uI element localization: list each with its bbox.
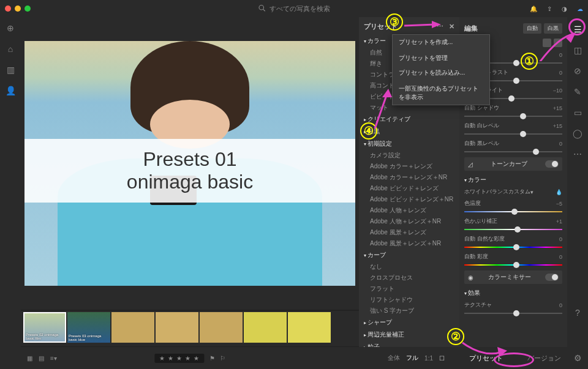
zoom-fit[interactable]: 全体 bbox=[388, 354, 400, 362]
thumbnail[interactable]: Presets 02 onimaga basic film bbox=[23, 312, 66, 343]
preset-group[interactable]: 周辺光量補正 bbox=[364, 329, 454, 341]
crop-icon[interactable]: ◫ bbox=[574, 45, 582, 55]
heal-icon[interactable]: ⊘ bbox=[574, 66, 581, 76]
minimize-window[interactable] bbox=[15, 6, 21, 12]
settings-gear-icon[interactable]: ⚙ bbox=[574, 353, 582, 363]
left-rail: ⊕ ⌂ ▥ 👤 bbox=[0, 17, 21, 369]
sort-icon[interactable]: ≡▾ bbox=[50, 355, 57, 362]
thumbnail[interactable]: Presets 03 onimaga basic blue bbox=[67, 312, 110, 343]
preset-item[interactable]: フラット bbox=[364, 283, 454, 294]
temp-slider[interactable] bbox=[464, 211, 562, 212]
more-icon[interactable]: ⋯ bbox=[573, 149, 582, 159]
tone-curve-icon: ◿ bbox=[468, 161, 473, 168]
preset-item[interactable]: Adobe 人物＋レンズ bbox=[364, 205, 454, 216]
preset-item[interactable]: Adobe 風景＋レンズ bbox=[364, 227, 454, 238]
preset-item[interactable]: Adobe ビビッド＋レンズ bbox=[364, 183, 454, 194]
zoom-bar: 全体 フル 1:1 ☐ プリセット バージョン bbox=[359, 347, 567, 369]
thumbnail[interactable] bbox=[111, 312, 154, 343]
preset-group[interactable]: 白黒 bbox=[364, 125, 454, 138]
preset-item[interactable]: なし bbox=[364, 261, 454, 272]
presets-context-menu: プリセットを作成... プリセットを管理 プリセットを読み込み... 一部互換性… bbox=[392, 34, 490, 105]
close-window[interactable] bbox=[5, 6, 11, 12]
preset-group[interactable]: クリエイティブ bbox=[364, 113, 454, 125]
preset-item[interactable]: Adobe カラー＋レンズ bbox=[364, 161, 454, 172]
whites-slider[interactable] bbox=[464, 133, 562, 135]
color-mixer-toggle[interactable] bbox=[545, 274, 559, 281]
stack-view-icon[interactable]: ▤ bbox=[39, 355, 44, 362]
right-rail: ☰ ◫ ⊘ ✎ ▭ ◯ ⋯ ? ⚙ bbox=[567, 17, 588, 369]
preset-item[interactable]: Adobe ビビッド＋レンズ＋NR bbox=[364, 194, 454, 205]
menu-manage-presets[interactable]: プリセットを管理 bbox=[393, 51, 489, 65]
flag-pick-icon[interactable]: ⚑ bbox=[209, 355, 215, 362]
profile-thumb-icon[interactable] bbox=[543, 39, 551, 47]
profile-thumb-icon[interactable] bbox=[554, 39, 562, 47]
tone-curve-toggle[interactable] bbox=[545, 160, 559, 168]
preset-group[interactable]: 初期設定 bbox=[364, 138, 454, 150]
cloud-sync-icon[interactable]: ◑ bbox=[562, 6, 567, 12]
thumbnail[interactable] bbox=[156, 312, 198, 343]
section-color[interactable]: カラー bbox=[464, 176, 562, 184]
blacks-slider[interactable] bbox=[464, 151, 562, 152]
search-icon bbox=[258, 4, 266, 13]
color-mixer-row[interactable]: ◉ カラーミキサー bbox=[464, 270, 562, 284]
shadows-slider[interactable] bbox=[464, 116, 562, 117]
annotation-oval-1 bbox=[568, 18, 586, 35]
thumbnail[interactable] bbox=[200, 312, 243, 343]
svg-point-0 bbox=[259, 6, 264, 10]
help-icon[interactable]: ? bbox=[575, 308, 580, 318]
saturation-slider[interactable] bbox=[464, 264, 562, 266]
color-mixer-icon: ◉ bbox=[468, 274, 473, 281]
titlebar: すべての写真を検索 🔔 ⇪ ◑ ☁ bbox=[0, 0, 588, 17]
preset-item[interactable]: カメラ設定 bbox=[364, 150, 454, 161]
home-icon[interactable]: ⌂ bbox=[8, 44, 13, 54]
auto-button[interactable]: 自動 bbox=[523, 23, 541, 34]
preset-item[interactable]: リフトシャドウ bbox=[364, 294, 454, 305]
vibrance-slider[interactable] bbox=[464, 247, 562, 248]
presets-menu-icon[interactable]: ⋯ ✕ bbox=[437, 23, 454, 31]
section-effect[interactable]: 効果 bbox=[464, 289, 562, 297]
zoom-fill[interactable]: フル bbox=[406, 354, 418, 362]
preset-group[interactable]: カーブ bbox=[364, 249, 454, 261]
search-placeholder: すべての写真を検索 bbox=[270, 4, 330, 13]
add-photos-icon[interactable]: ⊕ bbox=[7, 23, 14, 33]
thumbnail[interactable] bbox=[288, 312, 331, 343]
maximize-window[interactable] bbox=[24, 6, 31, 12]
menu-import-presets[interactable]: プリセットを読み込み... bbox=[393, 65, 489, 80]
linear-gradient-icon[interactable]: ▭ bbox=[574, 108, 582, 117]
preset-group[interactable]: シャープ bbox=[364, 316, 454, 329]
search-bar[interactable]: すべての写真を検索 bbox=[258, 4, 330, 13]
grid-view-icon[interactable]: ▦ bbox=[27, 355, 32, 362]
brush-icon[interactable]: ✎ bbox=[574, 87, 581, 97]
people-icon[interactable]: 👤 bbox=[6, 86, 16, 95]
menu-create-preset[interactable]: プリセットを作成... bbox=[393, 35, 489, 50]
tone-curve-row[interactable]: ◿ トーンカーブ bbox=[464, 157, 562, 171]
eyedropper-icon[interactable]: 💧 bbox=[556, 189, 562, 195]
texture-slider[interactable] bbox=[464, 313, 562, 314]
filmstrip: Presets 02 onimaga basic film Presets 03… bbox=[21, 311, 359, 346]
tint-slider[interactable] bbox=[464, 229, 562, 230]
compare-icon[interactable]: ☐ bbox=[439, 355, 445, 362]
bw-button[interactable]: 白黒 bbox=[544, 23, 562, 34]
main-view: Presets 01 onimaga basic bbox=[21, 17, 359, 310]
library-icon[interactable]: ▥ bbox=[7, 65, 15, 75]
edit-title: 編集 bbox=[464, 24, 478, 33]
zoom-1to1[interactable]: 1:1 bbox=[424, 355, 433, 362]
menu-hide-incompatible[interactable]: 一部互換性のあるプリセットを非表示 bbox=[393, 81, 489, 105]
preview-image[interactable]: Presets 01 onimaga basic bbox=[24, 41, 355, 286]
preset-item[interactable]: Adobe カラー＋レンズ＋NR bbox=[364, 172, 454, 183]
preset-item[interactable]: Adobe 風景＋レンズ＋NR bbox=[364, 238, 454, 249]
rating-stars[interactable]: ★ ★ ★ ★ ★ bbox=[154, 354, 204, 363]
image-text-overlay: Presets 01 onimaga basic bbox=[24, 139, 355, 203]
preset-item[interactable]: クロスプロセス bbox=[364, 272, 454, 283]
presets-title: プリセット bbox=[364, 22, 398, 31]
share-icon[interactable]: ⇪ bbox=[547, 6, 552, 12]
thumbnail[interactable] bbox=[244, 312, 287, 343]
cloud-icon[interactable]: ☁ bbox=[577, 6, 583, 12]
radial-gradient-icon[interactable]: ◯ bbox=[573, 129, 582, 138]
bell-icon[interactable]: 🔔 bbox=[530, 6, 537, 12]
flag-reject-icon[interactable]: ⚐ bbox=[220, 355, 225, 362]
preset-item[interactable]: Adobe 人物＋レンズ＋NR bbox=[364, 216, 454, 227]
window-controls bbox=[5, 6, 31, 12]
preset-item[interactable]: 強い S 字カーブ bbox=[364, 305, 454, 316]
annotation-oval-preset-btn bbox=[494, 352, 534, 367]
